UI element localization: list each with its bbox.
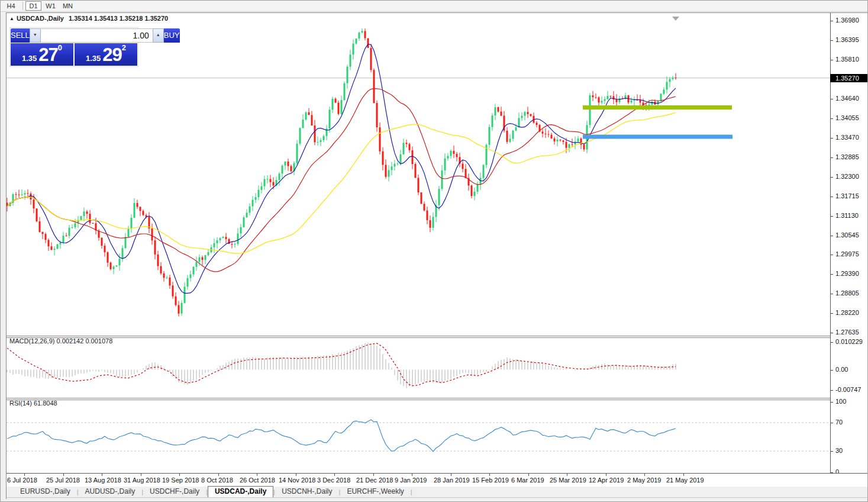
axis-tick — [831, 333, 833, 333]
date-tick — [179, 474, 180, 476]
axis-tick — [831, 255, 833, 255]
axis-tick — [831, 60, 833, 60]
symbol-tab-usdchf[interactable]: USDCHF-,Daily — [143, 487, 206, 497]
axis-tick — [831, 342, 833, 343]
date-axis-label: 14 Nov 2018 — [279, 477, 315, 484]
date-axis-label: 6 Mar 2019 — [511, 477, 544, 484]
date-axis: 6 Jul 201825 Jul 201813 Aug 201831 Aug 2… — [7, 473, 868, 487]
rsi-axis-label: 100 — [835, 398, 846, 405]
symbol-tab-bar: EURUSD-,Daily|AUDUSD-,Daily|USDCHF-,Dail… — [7, 487, 868, 498]
price-axis-label: 1.34055 — [835, 114, 859, 121]
date-tick — [644, 474, 645, 476]
date-axis-label: 28 Jan 2019 — [434, 477, 470, 484]
timeframe-button-h4[interactable]: H4 — [3, 1, 19, 11]
axis-tick — [831, 99, 833, 99]
macd-label: MACD(12,26,9) 0.002142 0.001078 — [9, 337, 112, 345]
price-axis-label: 1.28220 — [835, 309, 859, 316]
symbol-tab-eurusd[interactable]: EURUSD-,Daily — [14, 487, 77, 497]
symbol-arrow-icon: ▲ — [9, 16, 14, 21]
timeframe-button-d1[interactable]: D1 — [25, 1, 41, 11]
price-axis-label: 1.34640 — [835, 95, 859, 102]
buy-price-box[interactable]: 1.35292 — [75, 43, 137, 66]
sell-price-prefix: 1.35 — [22, 53, 37, 63]
date-axis-label: 6 Jul 2018 — [7, 477, 37, 484]
date-tick — [296, 474, 296, 476]
date-tick — [334, 474, 335, 476]
date-tick — [24, 474, 25, 476]
macd-axis-label: -0.00747 — [835, 386, 861, 393]
date-axis-label: 3 Dec 2018 — [317, 477, 350, 484]
rsi-axis-label: 70 — [835, 419, 843, 426]
axis-tick — [831, 236, 833, 236]
tab-separator: | — [411, 488, 412, 495]
symbol-tab-eurchf[interactable]: EURCHF-,Weekly — [340, 487, 410, 497]
volume-control: ▼ ▲ — [30, 28, 164, 43]
symbol-tab-audusd[interactable]: AUDUSD-,Daily — [79, 487, 142, 497]
volume-decrease-button[interactable]: ▼ — [30, 28, 41, 43]
axis-tick — [831, 423, 833, 423]
chart-window: ▲USDCAD-,Daily1.35314 1.35413 1.35218 1.… — [6, 12, 868, 499]
date-tick — [63, 474, 64, 476]
buy-price-main: 29 — [102, 47, 121, 63]
trade-panel-top-row: SELL ▼ ▲ BUY — [11, 28, 137, 43]
date-axis-label: 15 Feb 2019 — [472, 477, 509, 484]
rsi-axis-label: 30 — [835, 447, 843, 454]
axis-tick — [831, 313, 833, 314]
ohlc-readout: 1.35314 1.35413 1.35218 1.35270 — [69, 15, 168, 22]
current-price-tag: 1.35270 — [830, 74, 868, 82]
chart-title: ▲USDCAD-,Daily1.35314 1.35413 1.35218 1.… — [9, 15, 168, 22]
date-tick — [606, 474, 606, 476]
symbol-tab-usdcnh[interactable]: USDCNH-,Daily — [275, 487, 338, 497]
price-axis-label: 1.28805 — [835, 289, 859, 297]
price-axis-label: 1.31130 — [835, 212, 859, 219]
axis-tick — [831, 21, 833, 21]
timeframe-button-w1[interactable]: W1 — [43, 1, 59, 11]
volume-input[interactable] — [41, 28, 153, 43]
axis-tick — [831, 274, 833, 275]
axis-tick — [831, 177, 833, 178]
date-tick — [257, 474, 257, 476]
date-axis-label: 21 Dec 2018 — [356, 477, 393, 484]
date-tick — [373, 474, 374, 476]
toolbar-separator — [22, 2, 23, 10]
date-tick — [451, 474, 451, 476]
axis-tick — [831, 197, 833, 197]
terminal-window: H4D1W1MN ▲USDCAD-,Daily1.35314 1.35413 1… — [0, 0, 868, 502]
macd-pane[interactable] — [7, 337, 830, 398]
price-axis-label: 1.35810 — [835, 56, 859, 63]
price-axis-label: 1.33470 — [835, 134, 859, 141]
price-axis-label: 1.31715 — [835, 192, 859, 199]
buy-button[interactable]: BUY — [164, 28, 180, 43]
price-axis-label: 1.32300 — [835, 173, 859, 180]
buy-price-prefix: 1.35 — [86, 53, 101, 63]
date-tick — [102, 474, 102, 476]
price-axis-label: 1.30545 — [835, 231, 859, 239]
symbol-tab-usdcad[interactable]: USDCAD-,Daily — [208, 486, 273, 497]
price-axis-label: 1.27635 — [835, 329, 859, 336]
axis-tick — [831, 294, 833, 294]
date-axis-label: 25 Mar 2019 — [550, 477, 586, 484]
axis-tick — [831, 370, 833, 371]
axis-tick — [831, 390, 833, 391]
macd-axis-label: 0.010229 — [835, 338, 863, 345]
axis-tick — [831, 40, 833, 41]
trade-panel-price-row: 1.35270 1.35292 — [11, 43, 137, 66]
rsi-pane[interactable] — [7, 400, 830, 473]
date-axis-label: 8 Oct 2018 — [201, 477, 233, 484]
date-axis-label: 31 Aug 2018 — [124, 477, 160, 484]
date-axis-label: 25 Jul 2018 — [46, 477, 80, 484]
date-axis-label: 12 Apr 2019 — [589, 477, 624, 484]
timeframe-button-mn[interactable]: MN — [60, 1, 76, 11]
sell-button[interactable]: SELL — [11, 28, 30, 43]
date-tick — [141, 474, 141, 476]
date-axis-label: 21 May 2019 — [666, 477, 704, 484]
date-tick — [489, 474, 490, 476]
volume-increase-button[interactable]: ▲ — [153, 28, 164, 43]
sell-price-box[interactable]: 1.35270 — [11, 43, 73, 66]
date-axis-label: 13 Aug 2018 — [85, 477, 121, 484]
date-axis-label: 2 May 2019 — [627, 477, 661, 484]
date-axis-label: 9 Jan 2019 — [395, 477, 427, 484]
date-tick — [218, 474, 219, 476]
axis-tick — [831, 402, 833, 403]
date-tick — [528, 474, 529, 476]
